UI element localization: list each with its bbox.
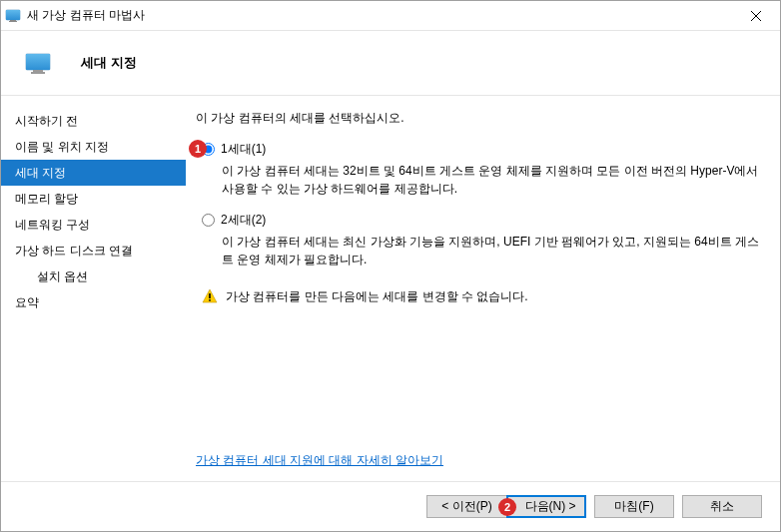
gen2-label: 2세대(2)	[221, 212, 266, 229]
next-button-label: 다음(N) >	[525, 498, 576, 515]
titlebar: 새 가상 컴퓨터 마법사	[1, 1, 780, 31]
sidebar-item-name-location[interactable]: 이름 및 위치 지정	[1, 134, 186, 160]
gen2-description: 이 가상 컴퓨터 세대는 최신 가상화 기능을 지원하며, UEFI 기반 펌웨…	[222, 233, 762, 268]
gen2-radio[interactable]	[202, 214, 215, 227]
wizard-icon	[25, 52, 51, 74]
svg-rect-1	[6, 10, 20, 20]
close-button[interactable]	[736, 2, 776, 30]
sidebar-item-memory[interactable]: 메모리 할당	[1, 186, 186, 212]
sidebar: 시작하기 전 이름 및 위치 지정 세대 지정 메모리 할당 네트워킹 구성 가…	[1, 96, 186, 481]
gen2-radio-row[interactable]: 2세대(2)	[202, 212, 762, 229]
warning-icon	[202, 288, 218, 304]
gen1-description: 이 가상 컴퓨터 세대는 32비트 및 64비트 게스트 운영 체제를 지원하며…	[222, 162, 762, 198]
content-panel: 이 가상 컴퓨터의 세대를 선택하십시오. 1 1세대(1) 이 가상 컴퓨터 …	[186, 96, 780, 481]
warning-row: 가상 컴퓨터를 만든 다음에는 세대를 변경할 수 없습니다.	[202, 288, 762, 305]
sidebar-item-summary[interactable]: 요약	[1, 289, 186, 315]
app-icon	[5, 8, 21, 24]
wizard-footer: < 이전(P) 2 다음(N) > 마침(F) 취소	[1, 481, 780, 531]
sidebar-item-networking[interactable]: 네트워킹 구성	[1, 212, 186, 238]
prev-next-group: < 이전(P) 2 다음(N) >	[426, 495, 586, 518]
gen1-label: 1세대(1)	[221, 141, 266, 158]
next-button[interactable]: 2 다음(N) >	[506, 495, 586, 518]
annotation-1: 1	[189, 140, 207, 158]
annotation-2: 2	[498, 498, 516, 516]
svg-rect-11	[209, 299, 211, 301]
learn-more-link[interactable]: 가상 컴퓨터 세대 지원에 대해 자세히 알아보기	[196, 452, 443, 469]
svg-rect-3	[9, 21, 17, 22]
close-icon	[751, 11, 761, 21]
svg-rect-7	[26, 54, 50, 70]
svg-rect-9	[31, 72, 45, 74]
generation-radio-group: 1 1세대(1) 이 가상 컴퓨터 세대는 32비트 및 64비트 게스트 운영…	[196, 141, 762, 282]
warning-text: 가상 컴퓨터를 만든 다음에는 세대를 변경할 수 없습니다.	[226, 288, 528, 305]
sidebar-item-install-options[interactable]: 설치 옵션	[1, 264, 186, 289]
sidebar-item-vhd[interactable]: 가상 하드 디스크 연결	[1, 238, 186, 264]
wizard-body: 시작하기 전 이름 및 위치 지정 세대 지정 메모리 할당 네트워킹 구성 가…	[1, 96, 780, 481]
gen1-radio-row[interactable]: 1 1세대(1)	[202, 141, 762, 158]
instruction-text: 이 가상 컴퓨터의 세대를 선택하십시오.	[196, 110, 762, 127]
window-title: 새 가상 컴퓨터 마법사	[27, 7, 736, 24]
svg-rect-2	[10, 20, 16, 21]
wizard-header: 세대 지정	[1, 31, 780, 96]
prev-button[interactable]: < 이전(P)	[426, 495, 506, 518]
sidebar-item-generation[interactable]: 세대 지정	[1, 160, 186, 186]
page-title: 세대 지정	[81, 54, 137, 72]
svg-rect-8	[33, 70, 43, 72]
svg-rect-10	[209, 293, 211, 298]
finish-button[interactable]: 마침(F)	[594, 495, 674, 518]
sidebar-item-before-begin[interactable]: 시작하기 전	[1, 108, 186, 134]
cancel-button[interactable]: 취소	[682, 495, 762, 518]
